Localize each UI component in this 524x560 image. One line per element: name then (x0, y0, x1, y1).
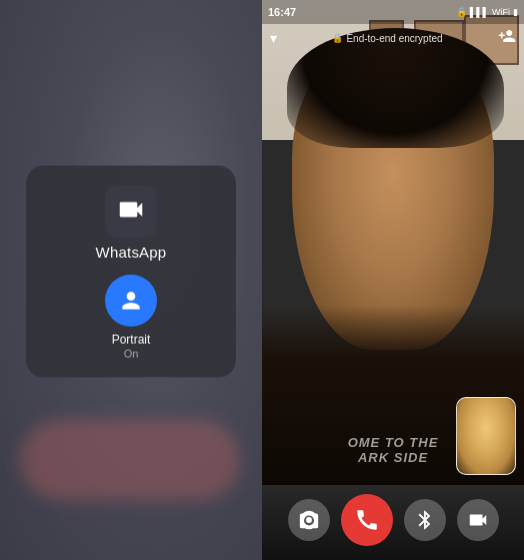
portrait-button[interactable] (105, 275, 157, 327)
portrait-label-text: Portrait (112, 333, 151, 347)
right-panel: OME TO THE ARK SIDE 16:47 🔒 ▌▌▌ WiFi ▮ ▾… (262, 0, 524, 560)
self-view-thumbnail (456, 397, 516, 475)
bluetooth-icon (414, 509, 436, 531)
wifi-icon: WiFi (492, 7, 510, 17)
phone-end-icon (354, 507, 380, 533)
signal-icon: ▌▌▌ (470, 7, 489, 17)
video-camera-icon (467, 509, 489, 531)
portrait-section[interactable]: Portrait On (105, 275, 157, 360)
status-time: 16:47 (268, 6, 296, 18)
video-camera-icon (116, 195, 146, 229)
chevron-down-icon[interactable]: ▾ (270, 30, 277, 46)
left-panel: WhatsApp Portrait On (0, 0, 262, 560)
add-participant-icon[interactable] (498, 27, 516, 49)
lock-status-icon: 🔒 (456, 7, 467, 17)
call-controls-bar (262, 480, 524, 560)
bluetooth-button[interactable] (404, 499, 446, 541)
status-icons: 🔒 ▌▌▌ WiFi ▮ (456, 7, 518, 17)
app-popup-card: WhatsApp Portrait On (26, 166, 236, 378)
lock-icon: 🔒 (332, 33, 343, 43)
battery-icon: ▮ (513, 7, 518, 17)
portrait-label-group: Portrait On (112, 333, 151, 360)
whatsapp-icon-container (105, 186, 157, 238)
self-view-person (457, 398, 515, 474)
end-call-button[interactable] (341, 494, 393, 546)
status-bar: 16:47 🔒 ▌▌▌ WiFi ▮ (262, 0, 524, 24)
encrypted-label: 🔒 End-to-end encrypted (332, 33, 442, 44)
video-toggle-button[interactable] (457, 499, 499, 541)
app-name-label: WhatsApp (96, 244, 167, 261)
camera-button[interactable] (288, 499, 330, 541)
encrypted-text: End-to-end encrypted (346, 33, 442, 44)
portrait-sublabel-text: On (124, 348, 139, 360)
bg-blur-shape (20, 420, 240, 500)
portrait-icon (118, 288, 144, 314)
camera-icon (298, 509, 320, 531)
app-row: WhatsApp (96, 186, 167, 261)
call-top-bar: ▾ 🔒 End-to-end encrypted (262, 24, 524, 52)
